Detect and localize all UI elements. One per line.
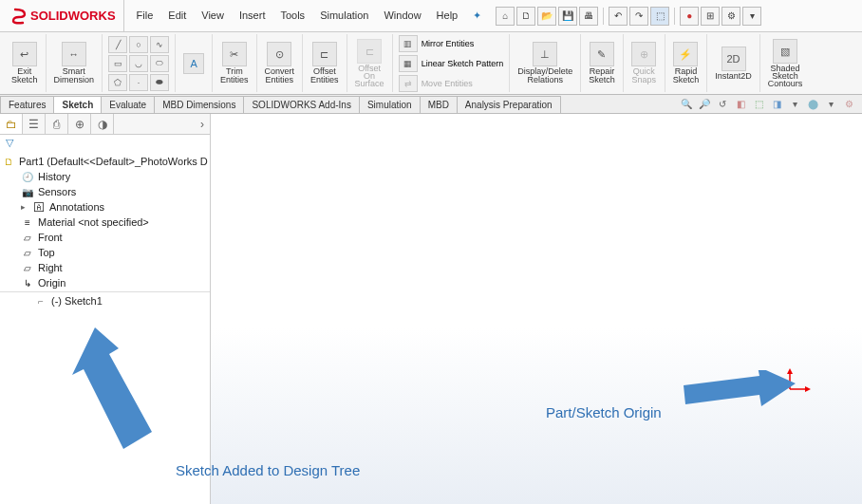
slot-tool-icon[interactable]: ⬬: [150, 74, 169, 91]
section-view-icon[interactable]: ◧: [733, 96, 748, 111]
home-icon[interactable]: ⌂: [496, 7, 515, 26]
pattern-label[interactable]: Linear Sketch Pattern: [422, 59, 504, 68]
settings-icon[interactable]: ⚙: [721, 7, 740, 26]
menu-simulation[interactable]: Simulation: [313, 7, 375, 25]
tab-features[interactable]: Features: [0, 96, 54, 113]
menu-edit[interactable]: Edit: [161, 7, 193, 25]
shaded-contours-button[interactable]: ▧ ShadedSketchContours: [766, 37, 805, 89]
filter-icon[interactable]: ▽: [0, 135, 210, 152]
offset-button[interactable]: ⊏ OffsetEntities: [309, 40, 341, 86]
menu-window[interactable]: Window: [377, 7, 427, 25]
move-entities-icon[interactable]: ⇄: [399, 75, 418, 92]
line-tool-icon[interactable]: ╱: [108, 36, 127, 53]
redo-icon[interactable]: ↷: [629, 7, 648, 26]
arc-tool-icon[interactable]: ◡: [129, 55, 148, 72]
tree-front-plane[interactable]: ▱ Front: [0, 230, 210, 245]
tree-annotations[interactable]: ▸ 🄰 Annotations: [0, 199, 210, 215]
zoom-fit-icon[interactable]: 🔍: [679, 96, 694, 111]
view-settings-icon[interactable]: ⚙: [841, 96, 856, 111]
linear-pattern-icon[interactable]: ▦: [399, 55, 418, 72]
menu-file[interactable]: File: [130, 7, 160, 25]
tab-evaluate[interactable]: Evaluate: [101, 96, 155, 113]
dimxpert-tab-icon[interactable]: ⊕: [68, 114, 91, 134]
tree-history[interactable]: 🕘 History: [0, 169, 210, 184]
mirror-icon[interactable]: ▥: [399, 35, 418, 52]
exit-sketch-button[interactable]: ↩ ExitSketch: [9, 40, 40, 86]
save-icon[interactable]: 💾: [558, 7, 577, 26]
tab-mbd[interactable]: MBD: [420, 96, 458, 113]
hide-show-icon[interactable]: ▾: [787, 96, 802, 111]
tree-root[interactable]: 🗋 Part1 (Default<<Default>_PhotoWorks D: [0, 154, 210, 169]
exit-sketch-icon: ↩: [12, 42, 37, 66]
appearance-icon[interactable]: ⬤: [805, 96, 820, 111]
feature-tree-tab-icon[interactable]: 🗀: [0, 114, 23, 134]
polygon-tool-icon[interactable]: ⬠: [108, 74, 127, 91]
instant2d-button[interactable]: 2D Instant2D: [713, 45, 754, 83]
tree-right-plane[interactable]: ▱ Right: [0, 260, 210, 275]
ribbon-group-text: A: [176, 34, 213, 92]
scene-icon[interactable]: ▾: [823, 96, 838, 111]
graphics-area[interactable]: [211, 114, 862, 504]
rectangle-tool-icon[interactable]: ▭: [108, 55, 127, 72]
repair-sketch-button[interactable]: ✎ RepairSketch: [587, 40, 617, 86]
convert-label: ConvertEntities: [265, 67, 295, 84]
ellipse-tool-icon[interactable]: ⬭: [150, 55, 169, 72]
design-tree: 🗋 Part1 (Default<<Default>_PhotoWorks D …: [0, 152, 210, 310]
menu-help[interactable]: Help: [430, 7, 465, 25]
mirror-label[interactable]: Mirror Entities: [422, 39, 475, 48]
instant2d-icon: 2D: [721, 47, 746, 71]
svg-marker-3: [805, 386, 811, 392]
open-icon[interactable]: 📂: [537, 7, 556, 26]
rebuild-icon[interactable]: ●: [680, 7, 699, 26]
undo-icon[interactable]: ↶: [609, 7, 628, 26]
offset-label: OffsetEntities: [310, 67, 339, 84]
menu-search-icon[interactable]: ✦: [466, 7, 488, 25]
menu-view[interactable]: View: [195, 7, 231, 25]
tree-material[interactable]: ≡ Material <not specified>: [0, 215, 210, 230]
dropdown-icon[interactable]: ▾: [742, 7, 761, 26]
text-tool-button[interactable]: A: [181, 51, 206, 76]
tab-analysis-prep[interactable]: Analysis Preparation: [457, 96, 561, 113]
spline-tool-icon[interactable]: ∿: [150, 36, 169, 53]
smart-dimension-button[interactable]: ↔ SmartDimension: [52, 40, 97, 86]
plane-icon: ▱: [21, 261, 34, 274]
expand-icon[interactable]: ▸: [21, 202, 28, 212]
menu-insert[interactable]: Insert: [233, 7, 272, 25]
app-logo: SOLIDWORKS: [4, 0, 124, 31]
options-icon[interactable]: ⊞: [701, 7, 720, 26]
tree-top-label: Top: [38, 247, 55, 258]
tab-simulation[interactable]: Simulation: [359, 96, 421, 113]
tree-origin[interactable]: ↳ Origin: [0, 275, 210, 290]
shaded-icon: ▧: [773, 39, 797, 64]
tree-sketch1[interactable]: ⌐ (-) Sketch1: [0, 291, 210, 308]
zoom-area-icon[interactable]: 🔎: [697, 96, 712, 111]
trim-button[interactable]: ✂ TrimEntities: [218, 40, 251, 86]
display-style-icon[interactable]: ◨: [769, 96, 784, 111]
select-icon[interactable]: ⬚: [650, 7, 669, 26]
tree-top-plane[interactable]: ▱ Top: [0, 245, 210, 260]
prev-view-icon[interactable]: ↺: [715, 96, 730, 111]
display-delete-relations-button[interactable]: ⊥ Display/DeleteRelations: [515, 40, 574, 86]
property-manager-tab-icon[interactable]: ☰: [23, 114, 46, 134]
rapid-sketch-button[interactable]: ⚡ RapidSketch: [671, 40, 702, 86]
trim-label: TrimEntities: [220, 67, 249, 84]
tab-mbd-dimensions[interactable]: MBD Dimensions: [154, 96, 244, 113]
tab-sketch[interactable]: Sketch: [53, 96, 102, 113]
convert-button[interactable]: ⊙ ConvertEntities: [263, 40, 297, 86]
point-tool-icon[interactable]: ·: [129, 74, 148, 91]
ribbon-group-dimension: ↔ SmartDimension: [47, 34, 103, 92]
print-icon[interactable]: 🖶: [579, 7, 598, 26]
display-manager-tab-icon[interactable]: ◑: [91, 114, 114, 134]
new-doc-icon[interactable]: 🗋: [516, 7, 535, 26]
panel-expand-icon[interactable]: ›: [114, 114, 210, 134]
tree-sketch1-label: (-) Sketch1: [51, 295, 103, 307]
tree-history-label: History: [38, 171, 70, 182]
command-manager-tabs: Features Sketch Evaluate MBD Dimensions …: [0, 95, 862, 114]
tab-addins[interactable]: SOLIDWORKS Add-Ins: [243, 96, 359, 113]
menu-tools[interactable]: Tools: [273, 7, 311, 25]
annotation-arrow-tree: [66, 327, 171, 470]
configuration-tab-icon[interactable]: ⎙: [46, 114, 68, 134]
tree-sensors[interactable]: 📷 Sensors: [0, 184, 210, 199]
circle-tool-icon[interactable]: ○: [129, 36, 148, 53]
view-orientation-icon[interactable]: ⬚: [751, 96, 766, 111]
